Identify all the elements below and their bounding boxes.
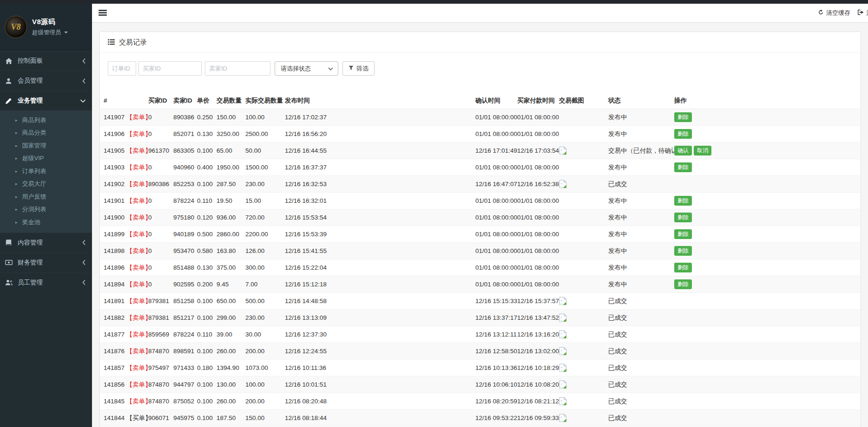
cell-pay-time: 12/16 09:59:33 [513, 410, 555, 427]
content-wrapper: 交易记录 请选择状态 筛选 [92, 23, 868, 427]
cell-screenshot [555, 126, 605, 142]
clear-cache-button[interactable]: 清空缓存 [818, 4, 850, 22]
delete-button[interactable]: 删除 [674, 196, 692, 206]
seller-id-input[interactable] [205, 61, 270, 76]
order-type-label: 【卖单】 [126, 398, 151, 405]
sidebar-item-label: 会员管理 [18, 77, 82, 85]
submenu-item[interactable]: ▸交易大厅 [0, 178, 92, 191]
cell-trade-qty: 936.00 [213, 209, 242, 226]
sidebar-item-staff[interactable]: 员工管理 [0, 272, 92, 292]
screenshot-image-icon[interactable] [559, 146, 567, 155]
order-type-label: 【卖单】 [126, 164, 151, 171]
delete-button[interactable]: 删除 [674, 162, 692, 172]
screenshot-image-icon[interactable] [559, 363, 567, 372]
cell-actions [671, 343, 861, 360]
cell-status: 已成交 [605, 326, 671, 343]
screenshot-image-icon[interactable] [559, 397, 567, 406]
cell-status: 已成交 [605, 393, 671, 410]
cell-status: 已成交 [605, 376, 671, 393]
cell-price: 0.250 [193, 109, 213, 126]
table-row: 141906 【卖单】08520710.1303250.002500.0012/… [100, 126, 861, 142]
cell-price: 0.580 [193, 243, 213, 259]
sidebar-item-dashboard[interactable]: 控制面板 [0, 51, 92, 71]
cell-actual-qty: 230.00 [242, 176, 281, 193]
order-id-input[interactable] [108, 61, 136, 76]
cell-buyer-id: 874870 [145, 393, 170, 410]
delete-button[interactable]: 删除 [674, 129, 692, 139]
caret-right-icon: ▸ [15, 181, 18, 186]
delete-button[interactable]: 删除 [674, 112, 692, 122]
delete-button[interactable]: 删除 [674, 263, 692, 272]
cell-buyer-id: 0 [145, 209, 170, 226]
book-icon [5, 239, 13, 246]
cell-publish-time: 12/16 16:44:55 [281, 142, 472, 159]
sidebar-item-members[interactable]: 会员管理 [0, 71, 92, 91]
cell-screenshot [555, 310, 605, 326]
cell-price: 0.120 [193, 209, 213, 226]
screenshot-image-icon[interactable] [559, 347, 567, 356]
cell-status: 发布中 [605, 226, 671, 243]
cell-pay-time: 12/16 08:21:12 [513, 393, 555, 410]
delete-button[interactable]: 删除 [674, 229, 692, 239]
submenu-item-label: 商品分类 [22, 129, 46, 137]
delete-button[interactable]: 删除 [674, 213, 692, 222]
buyer-id-input[interactable] [138, 61, 202, 76]
cell-screenshot [555, 343, 605, 360]
user-role-dropdown[interactable]: 超级管理员 [32, 29, 68, 37]
submenu-item-label: 分润列表 [22, 205, 46, 214]
cell-confirm-time: 12/16 13:12:11 [472, 326, 513, 343]
status-select[interactable]: 请选择状态 [275, 61, 338, 76]
confirm-button[interactable]: 确认 [674, 146, 692, 155]
order-type-label: 【卖单】 [126, 348, 151, 355]
cell-status: 发布中 [605, 109, 671, 126]
column-header: 买家付款时间 [513, 92, 555, 109]
cancel-button[interactable]: 取消 [694, 146, 711, 155]
submenu-item[interactable]: ▸奖金池 [0, 216, 92, 229]
submenu-item[interactable]: ▸商品列表 [0, 114, 92, 127]
caret-right-icon: ▸ [15, 143, 18, 148]
submenu-item[interactable]: ▸分润列表 [0, 203, 92, 216]
delete-button[interactable]: 删除 [674, 246, 692, 256]
cell-publish-time: 12/16 15:12:18 [281, 276, 472, 293]
cell-actual-qty: 100.00 [242, 109, 281, 126]
cell-trade-qty: 1950.00 [213, 159, 242, 176]
cell-actual-qty: 720.00 [242, 209, 281, 226]
order-type-label: 【卖单】 [126, 331, 151, 338]
sidebar-item-business[interactable]: 业务管理 [0, 91, 92, 110]
cell-publish-time: 12/16 12:37:30 [281, 326, 472, 343]
screenshot-image-icon[interactable] [559, 414, 567, 422]
submenu-item[interactable]: ▸超级VIP [0, 152, 92, 165]
submenu-item[interactable]: ▸国家管理 [0, 139, 92, 152]
caret-right-icon: ▸ [15, 207, 18, 212]
sidebar-item-content[interactable]: 内容管理 [0, 233, 92, 252]
sidebar-toggle-icon[interactable] [99, 10, 107, 16]
order-type-label: 【卖单】 [126, 214, 151, 221]
table-row: 141903 【卖单】09409600.4001950.001500.0012/… [100, 159, 861, 176]
submenu-item[interactable]: ▸用户反馈 [0, 190, 92, 203]
submenu-item-label: 商品列表 [22, 116, 46, 124]
sidebar-item-finance[interactable]: 财务管理 [0, 252, 92, 272]
caret-right-icon: ▸ [15, 194, 18, 199]
screenshot-image-icon[interactable] [559, 330, 567, 339]
logout-button[interactable]: 注销 [857, 4, 868, 22]
cell-status: 交易中（已付款，待确认） [605, 142, 671, 159]
column-header: 单价 [193, 92, 213, 109]
cell-pay-time: 12/16 13:02:00 [513, 343, 555, 360]
column-header: # [100, 92, 145, 109]
submenu-item[interactable]: ▸订单列表 [0, 165, 92, 178]
order-id: 141896 [104, 264, 126, 271]
order-type-label: 【卖单】 [126, 197, 151, 204]
table-row: 141882 【卖单】8793818512170.100299.00230.00… [100, 310, 861, 326]
cell-buyer-id: 0 [145, 243, 170, 259]
screenshot-image-icon[interactable] [559, 313, 567, 322]
cell-screenshot [555, 142, 605, 159]
cell-pay-time: 01/01 08:00:00 [513, 226, 555, 243]
filter-button[interactable]: 筛选 [342, 61, 375, 76]
submenu-item[interactable]: ▸商品分类 [0, 127, 92, 140]
screenshot-image-icon[interactable] [559, 180, 567, 188]
screenshot-image-icon[interactable] [559, 297, 567, 305]
order-type-label: 【卖单】 [126, 314, 151, 321]
delete-button[interactable]: 删除 [674, 279, 692, 289]
screenshot-image-icon[interactable] [559, 380, 567, 389]
chevron-left-icon [82, 78, 86, 84]
